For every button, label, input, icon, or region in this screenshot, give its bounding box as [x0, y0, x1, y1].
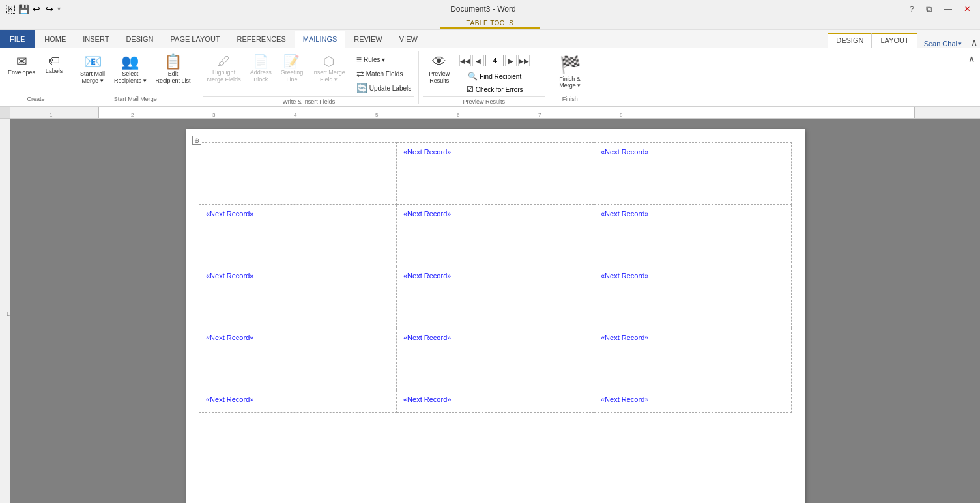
edit-recipient-list-button[interactable]: 📋 EditRecipient List	[152, 52, 195, 87]
select-recipients-button[interactable]: 👥 SelectRecipients ▾	[110, 52, 151, 87]
start-mail-merge-label: Start MailMerge ▾	[80, 70, 105, 85]
merge-cell-r4c3[interactable]: «Next Record»	[594, 328, 792, 390]
highlight-merge-fields-icon: 🖊	[218, 55, 231, 68]
undo-icon[interactable]: ↩	[31, 4, 42, 14]
envelopes-button[interactable]: ✉ Envelopes	[4, 52, 39, 79]
update-labels-button[interactable]: 🔄 Update Labels	[353, 81, 415, 95]
merge-cell-r5c3[interactable]: «Next Record»	[594, 390, 792, 413]
document-title: Document3 - Word	[61, 5, 906, 14]
tab-tt-design[interactable]: DESIGN	[828, 33, 872, 48]
labels-icon: 🏷	[48, 55, 60, 66]
tab-design[interactable]: DESIGN	[117, 30, 162, 48]
labels-button[interactable]: 🏷 Labels	[40, 52, 68, 78]
ribbon-group-preview-content: 👁 PreviewResults ◀◀ ◀ ▶ ▶▶ 🔍 Find Recipi…	[423, 52, 545, 95]
restore-button[interactable]: ⧉	[922, 3, 936, 16]
word-icon: 🇼	[5, 4, 16, 14]
ribbon-collapse-button[interactable]: ∧	[968, 37, 980, 48]
merge-cell-r3c3[interactable]: «Next Record»	[594, 266, 792, 328]
ribbon-group-create: ✉ Envelopes 🏷 Labels Create	[0, 51, 72, 104]
merge-cell-r5c2[interactable]: «Next Record»	[397, 390, 594, 413]
start-mail-merge-button[interactable]: 📧 Start MailMerge ▾	[76, 52, 109, 87]
find-recipient-icon: 🔍	[468, 72, 478, 81]
merge-cell-r4c1[interactable]: «Next Record»	[199, 328, 397, 390]
check-errors-button[interactable]: ☑ Check for Errors	[465, 83, 525, 95]
finish-group-label: Finish	[553, 94, 586, 102]
first-record-button[interactable]: ◀◀	[459, 55, 471, 66]
save-icon[interactable]: 💾	[18, 4, 29, 14]
address-block-icon: 📄	[253, 55, 269, 68]
close-button[interactable]: ✕	[960, 3, 975, 15]
merge-cell-r2c1[interactable]: «Next Record»	[199, 205, 397, 266]
ribbon-group-create-content: ✉ Envelopes 🏷 Labels	[4, 52, 68, 93]
find-recipient-button[interactable]: 🔍 Find Recipient	[466, 70, 523, 82]
merge-cell-r4c2[interactable]: «Next Record»	[397, 328, 594, 390]
ruler-tick-5: 5	[375, 112, 378, 118]
table-move-handle[interactable]: ⊕	[192, 136, 201, 145]
ruler-track: 1 2 3 4 5 6 7 8	[10, 107, 980, 118]
check-errors-label: Check for Errors	[476, 86, 523, 93]
next-record-button[interactable]: ▶	[505, 55, 517, 66]
user-name: Sean Chai	[924, 40, 957, 48]
rules-button[interactable]: ≡ Rules ▾	[353, 52, 415, 66]
merge-cell-r3c2[interactable]: «Next Record»	[397, 266, 594, 328]
merge-cell-r2c3[interactable]: «Next Record»	[594, 205, 792, 266]
ruler-tick-6: 6	[457, 112, 459, 118]
tab-view[interactable]: VIEW	[391, 30, 426, 48]
mail-merge-table: «Next Record» «Next Record» «Next Record…	[199, 142, 792, 413]
tab-page-layout[interactable]: PAGE LAYOUT	[162, 30, 229, 48]
table-row: «Next Record» «Next Record»	[199, 143, 792, 205]
user-badge[interactable]: Sean Chai ▾	[917, 40, 968, 48]
create-group-label: Create	[4, 94, 68, 102]
ribbon-collapse-btn[interactable]: ∧	[966, 53, 977, 64]
merge-cell-r1c1[interactable]	[199, 143, 397, 205]
redo-icon[interactable]: ↪	[44, 4, 55, 14]
envelopes-label: Envelopes	[8, 69, 35, 76]
write-insert-small-buttons: ≡ Rules ▾ ⇄ Match Fields 🔄 Update Labels	[353, 52, 415, 95]
merge-cell-r5c1[interactable]: «Next Record»	[199, 390, 397, 413]
merge-cell-r1c3[interactable]: «Next Record»	[594, 143, 792, 205]
greeting-line-label: GreetingLine	[281, 69, 304, 83]
finish-merge-button[interactable]: 🏁 Finish &Merge ▾	[553, 52, 586, 92]
ribbon-collapse-area: ∧	[963, 51, 980, 104]
document-page: ⊕ «Next Record» «Next Record» «Next Reco…	[186, 129, 805, 503]
table-row: «Next Record» «Next Record» «Next Record…	[199, 390, 792, 413]
ruler-tick-3: 3	[212, 112, 215, 118]
tab-mailings[interactable]: MAILINGS	[295, 31, 346, 48]
tab-home[interactable]: HOME	[36, 30, 74, 48]
merge-cell-r3c1[interactable]: «Next Record»	[199, 266, 397, 328]
highlight-merge-fields-button[interactable]: 🖊 HighlightMerge Fields	[203, 52, 245, 86]
wi-group-label: Write & Insert Fields	[203, 96, 415, 105]
tab-review[interactable]: REVIEW	[345, 30, 390, 48]
last-record-button[interactable]: ▶▶	[518, 55, 530, 66]
match-fields-button[interactable]: ⇄ Match Fields	[353, 66, 415, 81]
greeting-line-button[interactable]: 📝 GreetingLine	[277, 52, 308, 86]
ruler-tick-7: 7	[538, 112, 541, 118]
ruler-tick-4: 4	[294, 112, 296, 118]
insert-merge-field-icon: ⬡	[323, 55, 334, 68]
tab-references[interactable]: REFERENCES	[229, 30, 295, 48]
tab-insert[interactable]: INSERT	[74, 30, 117, 48]
title-bar-left: 🇼 💾 ↩ ↪ ▾	[5, 4, 61, 14]
help-button[interactable]: ?	[906, 3, 918, 15]
table-row: «Next Record» «Next Record» «Next Record…	[199, 205, 792, 266]
ruler-tick-8: 8	[620, 112, 622, 118]
tab-file[interactable]: FILE	[0, 30, 35, 48]
table-row: «Next Record» «Next Record» «Next Record…	[199, 328, 792, 390]
finish-merge-icon: 🏁	[560, 55, 581, 74]
tab-tt-layout[interactable]: LAYOUT	[872, 33, 917, 48]
preview-results-button[interactable]: 👁 PreviewResults	[423, 52, 455, 87]
record-number-input[interactable]	[485, 55, 504, 66]
ribbon: ✉ Envelopes 🏷 Labels Create 📧 Start Mail…	[0, 48, 980, 107]
minimize-button[interactable]: —	[940, 3, 956, 15]
ribbon-tabs: FILE HOME INSERT DESIGN PAGE LAYOUT REFE…	[0, 30, 980, 48]
address-block-button[interactable]: 📄 AddressBlock	[246, 52, 276, 86]
document-scroll[interactable]: ⊕ «Next Record» «Next Record» «Next Reco…	[10, 119, 980, 503]
insert-merge-field-button[interactable]: ⬡ Insert MergeField ▾	[308, 52, 349, 86]
user-dropdown-icon[interactable]: ▾	[958, 40, 962, 47]
document-area: L ⊕ «Next Record» «Next Record» «Next Re…	[0, 119, 980, 503]
start-mail-merge-icon: 📧	[84, 55, 102, 69]
merge-cell-r2c2[interactable]: «Next Record»	[397, 205, 594, 266]
ruler-white-zone	[98, 107, 915, 118]
prev-record-button[interactable]: ◀	[472, 55, 484, 66]
merge-cell-r1c2[interactable]: «Next Record»	[397, 143, 594, 205]
